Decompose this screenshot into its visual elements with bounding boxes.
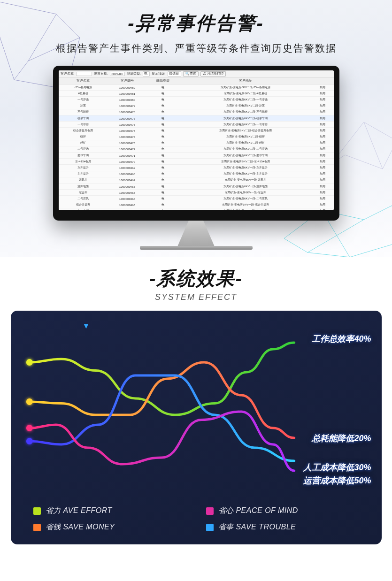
table-cell: 电: [146, 140, 179, 146]
table-cell: 1000000470: [108, 159, 146, 165]
table-row[interactable]: 温井地面1000000466电东周矿业-变电所6KV一段-温井地面加用: [59, 183, 334, 190]
table-cell: 二号压风: [59, 196, 108, 202]
table-cell: 电: [146, 146, 179, 152]
table-cell: 综合井提升备用: [59, 128, 108, 134]
table-cell: 电: [146, 202, 179, 208]
table-cell: 东周矿业-变电所6KV一段-西风井: [179, 177, 311, 183]
table-cell: 磨球车间: [59, 153, 108, 159]
table-row[interactable]: 主井提升1000000468电东周矿业-变电所6KV一段-主井提升加用: [59, 171, 334, 177]
input-top[interactable]: 请选择: [168, 71, 181, 76]
table-cell: 综合井提升: [59, 202, 108, 208]
legend-swatch: [33, 524, 41, 531]
table-row[interactable]: 东73中段1000000462电东周矿业-变电所6KV一段-东73中段加用: [59, 208, 334, 210]
input-date[interactable]: 2019-08: [110, 72, 125, 76]
table-cell: 东周矿业-变电所6KV二段-一号球磨: [179, 122, 311, 128]
table-row[interactable]: 机修车间1000000477电东周矿业-变电所6KV二段-机修车间加用: [59, 115, 334, 121]
table-row[interactable]: #思量机1000000481电东周矿业-变电所6KV二段-#思量机加用: [59, 91, 334, 97]
table-cell: 一号浮选: [59, 97, 108, 103]
legend-item: 省事 SAVE TROUBLE: [206, 522, 365, 532]
table-cell: 电: [146, 84, 179, 91]
table-cell: 东周矿业-变电所6KV二段-精矿: [179, 140, 311, 146]
table-cell: 电: [146, 91, 179, 97]
table-row[interactable]: 综合井提升1000000463电东周矿业-变电所6KV一段-综合井提升加用: [59, 202, 334, 208]
table-cell: 1000000463: [108, 202, 146, 208]
table-cell: 电: [146, 109, 179, 115]
chart-series-line: [29, 362, 294, 438]
table-cell: 东周矿业-变电所6KV一段-东井提升: [179, 165, 311, 171]
table-header: [312, 78, 334, 84]
table-cell: 电: [146, 177, 179, 183]
label-date: 统置日期:: [94, 72, 108, 76]
table-row[interactable]: 综合井提升备用1000000475电东周矿业-变电所6KV二段-综合井提升备用加…: [59, 128, 334, 134]
table-cell: 东周矿业-变电所6KV二段-碳环: [179, 134, 311, 140]
table-cell: 1000000474: [108, 134, 146, 140]
table-row[interactable]: 碳环1000000474电东周矿业-变电所6KV二段-碳环加用: [59, 134, 334, 140]
table-cell: 1000000476: [108, 122, 146, 128]
input-name[interactable]: [76, 72, 92, 76]
table-cell: 加用: [312, 91, 334, 97]
table-cell: 东周矿业-变电所6KV一段-二号压风: [179, 196, 311, 202]
table-cell: 沙泵: [59, 103, 108, 109]
table-cell: 东周矿业-变电所6KV二段-75w备用电源: [179, 84, 311, 91]
table-cell: 1000000469: [108, 165, 146, 171]
table-cell: 加用: [312, 134, 334, 140]
label-name: 客户名称:: [61, 72, 75, 76]
table-cell: 加用: [312, 122, 334, 128]
table-cell: 加用: [312, 84, 334, 91]
table-cell: 加用: [312, 196, 334, 202]
table-cell: 东周矿业-变电所6KV一段-综合井提升: [179, 202, 311, 208]
table-cell: 加用: [312, 97, 334, 103]
table-cell: 1000000478: [108, 109, 146, 115]
search-button[interactable]: 🔍 查询: [183, 71, 199, 76]
table-cell: 东周矿业-变电所6KV一段-综合井: [179, 190, 311, 196]
series-end-label: 总耗能降低20%: [312, 433, 371, 444]
input-type[interactable]: 电: [143, 71, 150, 76]
table-row[interactable]: 东井提升1000000469电东周矿业-变电所6KV一段-东井提升加用: [59, 165, 334, 171]
table-row[interactable]: 西风井1000000467电东周矿业-变电所6KV一段-西风井加用: [59, 177, 334, 183]
table-cell: 加用: [312, 146, 334, 152]
print-button[interactable]: 🖨 月结单打印: [200, 71, 226, 76]
table-cell: 加用: [312, 208, 334, 210]
table-row[interactable]: 二号压风1000000464电东周矿业-变电所6KV一段-二号压风加用: [59, 196, 334, 202]
table-cell: 东73中段: [59, 208, 108, 210]
table-cell: 二号浮选: [59, 146, 108, 152]
table-header: 客户编号: [108, 78, 146, 84]
table-cell: 三号球磨: [59, 109, 108, 115]
table-row[interactable]: 沙泵1000000479电东周矿业-变电所6KV二段-沙泵加用: [59, 103, 334, 109]
table-cell: 电: [146, 128, 179, 134]
table-row[interactable]: 二号浮选1000000472电东周矿业-变电所6KV二段-二号浮选加用: [59, 146, 334, 152]
table-cell: #思量机: [59, 91, 108, 97]
dropdown-triangle-icon[interactable]: ▼: [83, 322, 90, 330]
table-cell: 温井地面: [59, 183, 108, 190]
legend-label: 省心 PEACE OF MIND: [218, 506, 298, 516]
table-cell: 1000000472: [108, 146, 146, 152]
table-cell: 精矿: [59, 140, 108, 146]
table-cell: 电: [146, 153, 179, 159]
table-row[interactable]: 一号球磨1000000476电东周矿业-变电所6KV二段-一号球磨加用: [59, 122, 334, 128]
table-cell: 综合井: [59, 190, 108, 196]
effect-subtitle: SYSTEM EFFECT: [0, 292, 392, 302]
table-cell: 电: [146, 171, 179, 177]
table-cell: 电: [146, 183, 179, 190]
table-row[interactable]: 一号浮选1000000480电东周矿业-变电所6KV二段-一号浮选加用: [59, 97, 334, 103]
table-cell: 电: [146, 208, 179, 210]
table-row[interactable]: 综合井1000000465电东周矿业-变电所6KV一段-综合井加用: [59, 190, 334, 196]
table-cell: 东周矿业-变电所6KV二段-综合井提升备用: [179, 128, 311, 134]
table-cell: 1000000471: [108, 153, 146, 159]
legend-item: 省钱 SAVE MONEY: [33, 522, 192, 532]
table-row[interactable]: 三号球磨1000000478电东周矿业-变电所6KV二段-三号球磨加用: [59, 109, 334, 115]
table-cell: 电: [146, 122, 179, 128]
table-cell: 1000000475: [108, 128, 146, 134]
table-header: 客户名称: [59, 78, 108, 84]
table-row[interactable]: 磨球车间1000000471电东周矿业-变电所6KV二段-磨球车间加用: [59, 153, 334, 159]
legend-swatch: [33, 507, 41, 515]
table-cell: 东周矿业-变电所6KV二段-东-415#备用: [179, 159, 311, 165]
table-cell: 1000000482: [108, 84, 146, 91]
table-cell: 电: [146, 196, 179, 202]
table-cell: 1000000464: [108, 196, 146, 202]
table-row[interactable]: 精矿1000000473电东周矿业-变电所6KV二段-精矿加用: [59, 140, 334, 146]
table-cell: 加用: [312, 202, 334, 208]
table-row[interactable]: 东-415#备用1000000470电东周矿业-变电所6KV二段-东-415#备…: [59, 159, 334, 165]
table-row[interactable]: -75w备用电源1000000482电东周矿业-变电所6KV二段-75w备用电源…: [59, 84, 334, 91]
table-cell: 东周矿业-变电所6KV二段-一号浮选: [179, 97, 311, 103]
